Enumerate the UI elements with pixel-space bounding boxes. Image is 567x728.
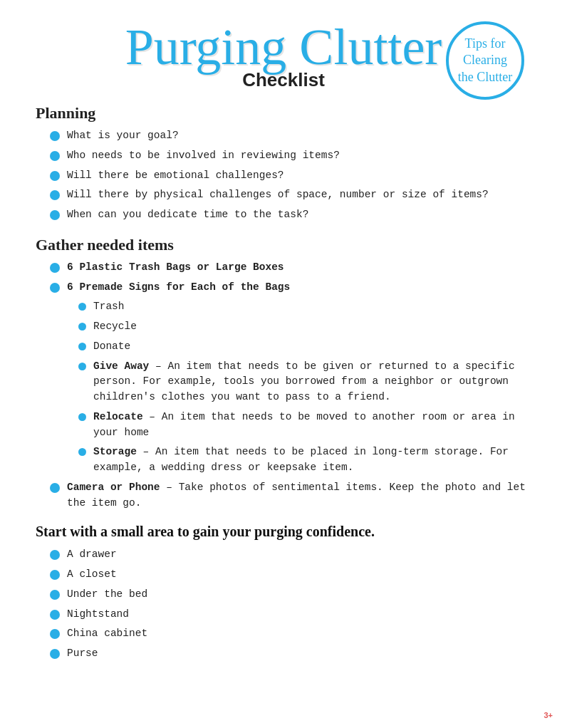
list-item: Storage – An item that needs to be place… (78, 444, 531, 476)
item-text: A closet (67, 567, 531, 583)
page: Purging Clutter Checklist Tips for Clear… (0, 0, 567, 728)
list-item: What is your goal? (50, 128, 531, 144)
item-text: Give Away – An item that needs to be giv… (93, 359, 531, 405)
item-text: What is your goal? (67, 128, 531, 144)
bullet-icon (50, 171, 60, 181)
bullet-icon (50, 190, 60, 200)
list-item: China cabinet (50, 626, 531, 642)
item-text: A drawer (67, 547, 531, 563)
logo: 3+ (543, 711, 553, 719)
list-item: 6 Plastic Trash Bags or Large Boxes (50, 260, 531, 276)
list-item: Who needs to be involved in reviewing it… (50, 148, 531, 164)
bullet-icon (78, 343, 86, 350)
item-text: 6 Premade Signs for Each of the Bags (67, 280, 531, 296)
bullet-icon (50, 570, 60, 580)
section-planning: Planning What is your goal? Who needs to… (36, 104, 531, 223)
bullet-icon (50, 151, 60, 161)
bullet-icon (50, 550, 60, 560)
item-text: Donate (93, 339, 531, 355)
list-item-donate: Donate (78, 339, 531, 355)
list-item-row: 6 Premade Signs for Each of the Bags (50, 280, 531, 296)
list-item: When can you dedicate time to the task? (50, 207, 531, 223)
list-item-signs: 6 Premade Signs for Each of the Bags Tra… (50, 280, 531, 476)
section-heading-gather: Gather needed items (36, 236, 531, 254)
bullet-icon (78, 363, 86, 370)
list-item: A drawer (50, 547, 531, 563)
badge-circle: Tips for Clearing the Clutter (446, 21, 524, 100)
signs-sublist: Trash Recycle Donate Give Away – An item… (50, 299, 531, 476)
item-text: China cabinet (67, 626, 531, 642)
bullet-icon (50, 590, 60, 600)
item-text: Who needs to be involved in reviewing it… (67, 148, 531, 164)
item-text: Camera or Phone – Take photos of sentime… (67, 480, 531, 511)
item-text: Will there be emotional challenges? (67, 168, 531, 184)
list-item: Purse (50, 646, 531, 662)
item-text: When can you dedicate time to the task? (67, 207, 531, 223)
item-text: Under the bed (67, 587, 531, 603)
bullet-icon (50, 210, 60, 220)
item-text: Will there by physical challenges of spa… (67, 187, 531, 203)
list-item: Relocate – An item that needs to be move… (78, 410, 531, 441)
bullet-icon (78, 303, 86, 311)
item-text: Purse (67, 646, 531, 662)
bullet-icon (50, 263, 60, 273)
bullet-icon (78, 448, 86, 456)
bullet-icon (50, 283, 60, 293)
list-item: Camera or Phone – Take photos of sentime… (50, 480, 531, 511)
section-heading-planning: Planning (36, 104, 531, 123)
list-item: Under the bed (50, 587, 531, 603)
item-text: Trash (93, 299, 531, 315)
section-heading-start: Start with a small area to gain your pur… (36, 524, 531, 540)
badge-text: Tips for Clearing the Clutter (456, 36, 514, 85)
section-gather: Gather needed items 6 Plastic Trash Bags… (36, 236, 531, 511)
start-list: A drawer A closet Under the bed Nightsta… (36, 547, 531, 662)
item-text: Relocate – An item that needs to be move… (93, 410, 531, 441)
planning-list: What is your goal? Who needs to be invol… (36, 128, 531, 223)
item-text: Recycle (93, 319, 531, 335)
item-text: Storage – An item that needs to be place… (93, 444, 531, 476)
item-text: 6 Plastic Trash Bags or Large Boxes (67, 260, 531, 276)
header: Purging Clutter Checklist Tips for Clear… (36, 21, 531, 91)
bullet-icon (50, 131, 60, 141)
list-item: Will there by physical challenges of spa… (50, 187, 531, 203)
section-start: Start with a small area to gain your pur… (36, 524, 531, 662)
bullet-icon (78, 413, 86, 421)
item-text: Nightstand (67, 607, 531, 623)
bullet-icon (50, 610, 60, 620)
bullet-icon (50, 629, 60, 639)
bullet-icon (78, 323, 86, 331)
list-item: Recycle (78, 319, 531, 335)
bullet-icon (50, 483, 60, 493)
bullet-icon (50, 649, 60, 659)
list-item: A closet (50, 567, 531, 583)
list-item: Will there be emotional challenges? (50, 168, 531, 184)
gather-list: 6 Plastic Trash Bags or Large Boxes 6 Pr… (36, 260, 531, 511)
list-item: Nightstand (50, 607, 531, 623)
list-item: Give Away – An item that needs to be giv… (78, 359, 531, 405)
list-item: Trash (78, 299, 531, 315)
